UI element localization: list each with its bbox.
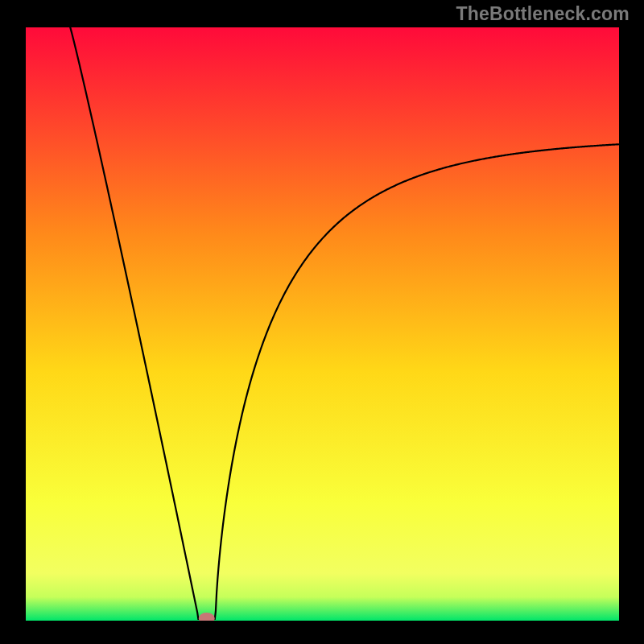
chart-frame: TheBottleneck.com	[0, 0, 644, 644]
bottleneck-chart	[0, 0, 644, 644]
watermark-text: TheBottleneck.com	[456, 3, 630, 25]
notch-dot	[199, 613, 215, 624]
gradient-background	[26, 27, 619, 621]
